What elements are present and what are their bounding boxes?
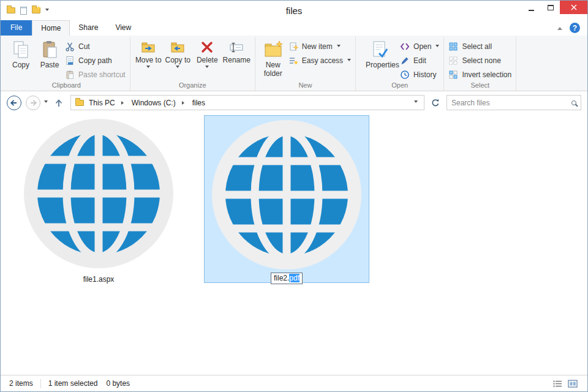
- copy-path-label: Copy path: [78, 56, 112, 65]
- tab-home[interactable]: Home: [32, 20, 70, 36]
- details-view-button[interactable]: [551, 378, 564, 389]
- organize-group-label: Organize: [132, 81, 253, 91]
- address-bar[interactable]: This PC Windows (C:) files: [70, 95, 424, 110]
- maximize-button[interactable]: [541, 1, 560, 14]
- large-icons-view-icon: [568, 380, 578, 388]
- invert-selection-button[interactable]: Invert selection: [448, 69, 511, 80]
- paste-button[interactable]: Paste: [36, 39, 63, 70]
- breadcrumb-this-pc[interactable]: This PC: [88, 99, 116, 107]
- breadcrumb-separator-icon: [121, 101, 126, 105]
- select-all-button[interactable]: Select all: [448, 41, 511, 52]
- select-none-button[interactable]: Select none: [448, 55, 511, 66]
- ribbon-group-select: Select all Select none Invert selection: [443, 37, 516, 91]
- copy-label: Copy: [12, 61, 29, 70]
- select-none-icon: [448, 56, 458, 66]
- copy-path-icon: [65, 56, 75, 66]
- ribbon-group-new: New folder New item: [255, 37, 355, 91]
- close-button[interactable]: [560, 1, 587, 14]
- help-button[interactable]: ?: [570, 23, 580, 33]
- copy-path-button[interactable]: Copy path: [65, 55, 126, 66]
- selection-count-label: 1 item selected: [48, 379, 98, 388]
- new-folder-label: New folder: [260, 61, 287, 78]
- history-button[interactable]: History: [400, 69, 439, 80]
- rename-button[interactable]: Rename: [223, 39, 251, 64]
- minimize-ribbon-icon[interactable]: [557, 24, 562, 30]
- move-to-label: Move to: [135, 56, 162, 64]
- back-button[interactable]: [6, 95, 22, 111]
- refresh-button[interactable]: [428, 95, 443, 110]
- globe-file-icon: [22, 117, 175, 270]
- forward-button[interactable]: [25, 95, 41, 111]
- open-group-label: Open: [358, 81, 442, 91]
- new-folder-button[interactable]: New folder: [260, 39, 287, 78]
- new-item-dropdown-icon: [337, 45, 341, 49]
- open-button[interactable]: Open: [400, 41, 439, 52]
- breadcrumb-drive[interactable]: Windows (C:): [131, 99, 176, 107]
- recent-locations-arrow-icon[interactable]: [44, 100, 48, 105]
- rename-text-selected: pdf: [289, 274, 300, 282]
- titlebar: files: [1, 1, 587, 20]
- view-toggles: [551, 378, 579, 389]
- ribbon-group-open: Properties Open Edit: [355, 37, 443, 91]
- history-icon: [400, 70, 410, 80]
- refresh-icon: [431, 99, 440, 107]
- navigation-bar: This PC Windows (C:) files: [1, 91, 587, 114]
- search-box: [447, 95, 581, 110]
- open-icon: [400, 42, 410, 51]
- cut-icon: [65, 42, 75, 51]
- copy-icon: [11, 40, 31, 59]
- ribbon-group-clipboard: Copy Paste: [3, 37, 130, 91]
- search-input[interactable]: [451, 99, 568, 107]
- rename-icon: [229, 40, 244, 55]
- search-icon[interactable]: [571, 100, 576, 105]
- tab-share[interactable]: Share: [70, 21, 107, 36]
- copy-button[interactable]: Copy: [7, 39, 34, 70]
- copy-to-label: Copy to: [165, 56, 190, 64]
- large-icons-view-button[interactable]: [567, 378, 579, 389]
- select-all-label: Select all: [462, 42, 492, 51]
- copy-to-icon: [170, 40, 185, 55]
- properties-button[interactable]: Properties: [360, 39, 398, 70]
- paste-shortcut-button[interactable]: Paste shortcut: [65, 69, 126, 80]
- properties-icon: [369, 40, 389, 59]
- up-button[interactable]: [53, 97, 65, 109]
- ribbon: Copy Paste: [1, 36, 587, 91]
- new-item-button[interactable]: New item: [288, 41, 351, 52]
- status-bar: 2 items 1 item selected 0 bytes: [1, 375, 587, 391]
- easy-access-label: Easy access: [302, 56, 343, 65]
- paste-icon: [40, 40, 59, 59]
- cut-button[interactable]: Cut: [65, 41, 126, 52]
- details-view-icon: [553, 380, 562, 388]
- delete-dropdown-icon: [205, 66, 209, 70]
- file-list-area[interactable]: file1.aspx file2.pdf: [1, 114, 587, 375]
- file-name-label: file1.aspx: [83, 275, 115, 284]
- rename-input[interactable]: file2.pdf: [271, 273, 303, 284]
- tab-file[interactable]: File: [1, 20, 32, 36]
- file-item-file1[interactable]: file1.aspx: [22, 117, 175, 284]
- easy-access-button[interactable]: Easy access: [288, 55, 351, 66]
- new-group-label: New: [257, 81, 353, 91]
- address-history-arrow[interactable]: [410, 100, 421, 105]
- delete-button[interactable]: Delete: [194, 39, 221, 70]
- copy-to-button[interactable]: Copy to: [164, 39, 192, 70]
- edit-label: Edit: [413, 56, 426, 65]
- select-all-icon: [448, 42, 458, 51]
- paste-shortcut-icon: [65, 70, 75, 80]
- minimize-button[interactable]: [522, 1, 541, 14]
- move-to-button[interactable]: Move to: [135, 39, 162, 70]
- breadcrumb-folder[interactable]: files: [192, 99, 206, 107]
- ribbon-controls: ?: [557, 23, 580, 33]
- delete-label: Delete: [197, 56, 218, 64]
- copy-to-dropdown-icon: [176, 66, 179, 70]
- edit-button[interactable]: Edit: [400, 55, 439, 66]
- select-group-label: Select: [446, 81, 514, 91]
- file-item-file2-selected[interactable]: file2.pdf: [204, 115, 369, 283]
- open-label: Open: [413, 42, 431, 51]
- globe-file-icon: [210, 118, 363, 271]
- rename-text-base: file2.: [274, 274, 289, 282]
- maximize-icon: [548, 5, 554, 10]
- select-none-label: Select none: [462, 56, 500, 65]
- move-to-icon: [141, 40, 156, 55]
- tab-view[interactable]: View: [107, 21, 140, 36]
- chevron-down-icon: [414, 100, 418, 105]
